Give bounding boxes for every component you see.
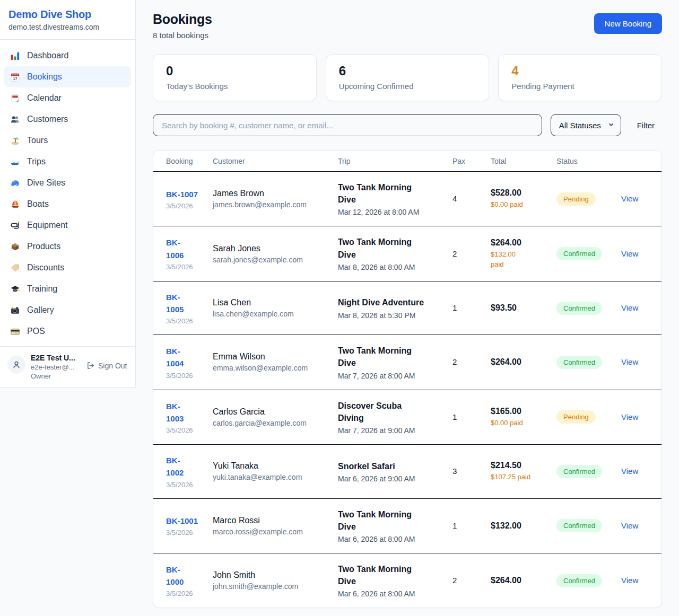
sidebar-item-equipment[interactable]: Equipment bbox=[4, 215, 131, 236]
customer-name: Marco Rossi bbox=[213, 516, 330, 525]
sidebar-item-trips[interactable]: Trips bbox=[4, 151, 131, 172]
sailboat-icon bbox=[10, 199, 20, 209]
total-amount: $132.00 bbox=[491, 521, 549, 531]
status-badge: Pending bbox=[556, 410, 596, 424]
trip-name: Two Tank Morning Dive bbox=[338, 345, 445, 369]
user-email: e2e-tester@... bbox=[31, 363, 80, 371]
view-booking-link[interactable]: View bbox=[621, 412, 638, 421]
filter-bar: All Statuses Filter bbox=[153, 114, 662, 136]
trip-datetime: Mar 7, 2026 at 8:00 AM bbox=[338, 372, 445, 380]
app-root: Demo Dive Shop demo.test.divestreams.com… bbox=[0, 0, 679, 616]
customer-name: Sarah Jones bbox=[213, 244, 330, 253]
total-amount: $165.00 bbox=[491, 407, 549, 416]
trip-name: Two Tank Morning Dive bbox=[338, 508, 445, 533]
pax-count: 2 bbox=[452, 249, 457, 258]
sidebar-item-dashboard[interactable]: Dashboard bbox=[4, 45, 131, 66]
col-header-booking: Booking bbox=[153, 151, 213, 172]
sidebar-item-discounts[interactable]: Discounts bbox=[4, 257, 131, 278]
view-booking-link[interactable]: View bbox=[621, 303, 638, 312]
total-amount: $528.00 bbox=[491, 188, 549, 198]
col-header-actions bbox=[621, 151, 661, 172]
person-icon bbox=[12, 360, 21, 369]
stat-label: Upcoming Confirmed bbox=[339, 82, 476, 91]
view-booking-link[interactable]: View bbox=[621, 357, 638, 366]
sidebar-item-bookings[interactable]: 17Bookings bbox=[4, 66, 131, 87]
stat-label: Pending Payment bbox=[511, 82, 649, 91]
total-amount: $264.00 bbox=[491, 238, 549, 248]
col-header-status: Status bbox=[556, 151, 621, 172]
bar-chart-icon bbox=[10, 50, 20, 61]
sidebar-item-label: Customers bbox=[27, 115, 68, 124]
status-badge: Confirmed bbox=[556, 574, 602, 587]
sidebar-item-pos[interactable]: POS bbox=[4, 321, 131, 342]
stats-row: 0 Today's Bookings 6 Upcoming Confirmed … bbox=[153, 54, 662, 101]
page-title: Bookings bbox=[153, 12, 212, 27]
sidebar-item-calendar[interactable]: Calendar bbox=[4, 87, 131, 109]
diving-mask-icon bbox=[10, 220, 20, 231]
status-filter-select[interactable]: All Statuses bbox=[551, 114, 621, 136]
stat-value: 4 bbox=[511, 64, 649, 78]
island-icon bbox=[10, 135, 20, 146]
customer-name: Lisa Chen bbox=[213, 298, 330, 307]
search-input[interactable] bbox=[153, 114, 542, 136]
sidebar-item-label: Calendar bbox=[27, 93, 62, 103]
booking-date: 3/5/2026 bbox=[166, 372, 205, 380]
sidebar-item-gallery[interactable]: Gallery bbox=[4, 300, 131, 321]
customer-email: lisa.chen@example.com bbox=[213, 310, 330, 318]
booking-row: BK- 10043/5/2026Emma Wilsonemma.wilson@e… bbox=[153, 335, 661, 390]
pax-count: 1 bbox=[452, 521, 457, 530]
booking-id-link[interactable]: BK- 1002 bbox=[166, 454, 184, 479]
sidebar-item-training[interactable]: Training bbox=[4, 278, 131, 300]
booking-id-link[interactable]: BK-1001 bbox=[166, 515, 198, 527]
booking-row: BK- 10023/5/2026Yuki Tanakayuki.tanaka@e… bbox=[153, 445, 661, 499]
trip-name: Two Tank Morning Dive bbox=[338, 181, 445, 206]
pax-count: 1 bbox=[452, 412, 457, 421]
sign-out-button[interactable]: Sign Out bbox=[86, 361, 127, 370]
trip-datetime: Mar 12, 2026 at 8:00 AM bbox=[338, 208, 445, 216]
col-header-pax: Pax bbox=[452, 151, 491, 172]
view-booking-link[interactable]: View bbox=[621, 521, 638, 530]
booking-date: 3/5/2026 bbox=[166, 263, 205, 271]
sidebar-item-customers[interactable]: Customers bbox=[4, 109, 131, 130]
page-header: Bookings 8 total bookings New Booking bbox=[153, 12, 662, 40]
trip-name: Two Tank Morning Dive bbox=[338, 236, 445, 260]
speedboat-icon bbox=[10, 156, 20, 167]
booking-id-link[interactable]: BK- 1006 bbox=[166, 236, 184, 261]
view-booking-link[interactable]: View bbox=[621, 194, 638, 203]
col-header-customer: Customer bbox=[213, 151, 338, 172]
customer-name: Carlos Garcia bbox=[213, 407, 330, 417]
booking-id-link[interactable]: BK- 1005 bbox=[166, 291, 184, 316]
total-amount: $264.00 bbox=[491, 357, 549, 367]
sidebar-item-label: Gallery bbox=[27, 305, 54, 315]
wave-icon bbox=[10, 178, 20, 188]
sidebar-item-tours[interactable]: Tours bbox=[4, 130, 131, 151]
sidebar-item-label: Dashboard bbox=[27, 51, 68, 60]
new-booking-button[interactable]: New Booking bbox=[594, 13, 662, 34]
stat-label: Today's Bookings bbox=[166, 82, 303, 91]
booking-date: 3/5/2026 bbox=[166, 481, 205, 489]
trip-datetime: Mar 6, 2026 at 9:00 AM bbox=[338, 474, 445, 483]
shop-domain: demo.test.divestreams.com bbox=[8, 23, 127, 31]
view-booking-link[interactable]: View bbox=[621, 467, 638, 476]
booking-id-link[interactable]: BK- 1004 bbox=[166, 345, 184, 370]
customer-email: carlos.garcia@example.com bbox=[213, 419, 330, 427]
sidebar-item-products[interactable]: Products bbox=[4, 236, 131, 257]
sidebar-item-dive-sites[interactable]: Dive Sites bbox=[4, 172, 131, 193]
customer-email: sarah.jones@example.com bbox=[213, 256, 330, 264]
view-booking-link[interactable]: View bbox=[621, 576, 638, 585]
trip-name: Night Dive Adventure bbox=[338, 296, 445, 309]
filter-button[interactable]: Filter bbox=[630, 117, 662, 134]
people-icon bbox=[10, 114, 20, 125]
booking-id-link[interactable]: BK-1007 bbox=[166, 188, 198, 200]
view-booking-link[interactable]: View bbox=[621, 249, 638, 258]
sidebar-item-label: Dive Sites bbox=[27, 178, 65, 188]
sidebar-item-boats[interactable]: Boats bbox=[4, 193, 131, 215]
booking-date: 3/5/2026 bbox=[166, 529, 205, 536]
booking-id-link[interactable]: BK- 1003 bbox=[166, 400, 184, 425]
brand-header: Demo Dive Shop demo.test.divestreams.com bbox=[0, 0, 135, 40]
booking-id-link[interactable]: BK- 1000 bbox=[166, 564, 184, 588]
sidebar-item-label: Discounts bbox=[27, 263, 64, 272]
customer-name: Emma Wilson bbox=[213, 352, 330, 362]
tag-icon bbox=[10, 262, 20, 273]
paid-amount: $0.00 paid bbox=[491, 200, 549, 209]
